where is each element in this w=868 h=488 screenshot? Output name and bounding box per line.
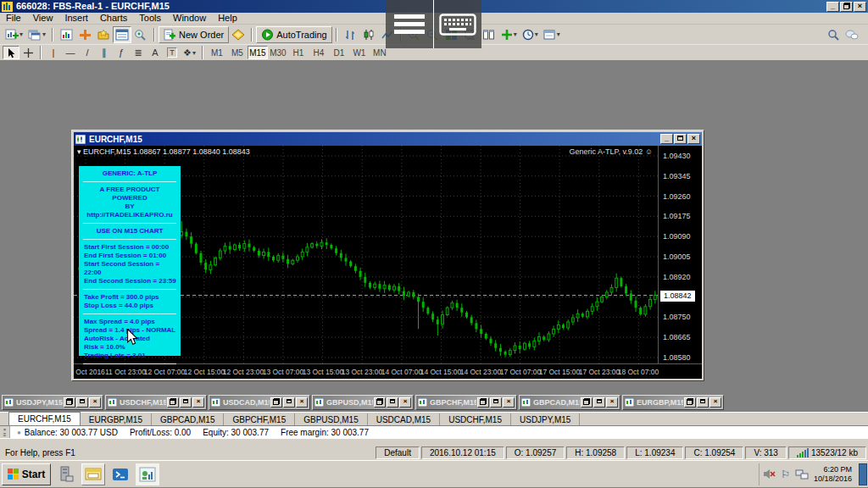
- timeframe-m15[interactable]: M15: [248, 46, 268, 59]
- restore-button[interactable]: [840, 2, 853, 12]
- timeframe-w1[interactable]: W1: [349, 46, 370, 59]
- search-button[interactable]: [824, 26, 843, 43]
- strategy-tester-button[interactable]: [131, 26, 150, 43]
- restore-button[interactable]: [477, 397, 489, 408]
- maximize-button[interactable]: [180, 397, 192, 408]
- vertical-line-tool-button[interactable]: |: [45, 46, 62, 59]
- close-button[interactable]: ×: [296, 397, 308, 408]
- symbol-dropdown-icon[interactable]: ▾: [77, 147, 81, 156]
- candlestick-mode-button[interactable]: [359, 26, 378, 43]
- close-button[interactable]: ×: [606, 397, 618, 408]
- maximize-button[interactable]: [697, 397, 709, 408]
- menu-view[interactable]: View: [27, 13, 59, 24]
- minimized-window-usdcad[interactable]: USDCAD,M15×: [209, 395, 310, 410]
- text-tool-button[interactable]: A: [147, 46, 164, 59]
- taskbar-clock[interactable]: 6:20 PM 10/18/2016: [814, 465, 852, 484]
- channel-tool-button[interactable]: ∥: [96, 46, 113, 59]
- tab-usdcad[interactable]: USDCAD,M15: [368, 413, 440, 425]
- chart-minimize-button[interactable]: _: [660, 134, 673, 144]
- tile-vertical-button[interactable]: [480, 26, 498, 43]
- maximize-button[interactable]: [490, 397, 502, 408]
- arrows-tool-button[interactable]: ≣: [130, 46, 147, 59]
- tab-eurchf[interactable]: EURCHF,M15: [8, 412, 81, 425]
- text-label-tool-button[interactable]: T: [164, 46, 181, 59]
- menu-file[interactable]: File: [0, 13, 27, 24]
- maximize-button[interactable]: [283, 397, 295, 408]
- shapes-tool-button[interactable]: ❖ ▾: [181, 46, 198, 59]
- minimized-window-eurgbp[interactable]: EURGBP,M15×: [622, 395, 724, 410]
- restore-button[interactable]: [581, 397, 593, 408]
- volume-muted-icon[interactable]: [763, 469, 776, 480]
- time-scale[interactable]: 11 Oct 201611 Oct 23:0012 Oct 07:0012 Oc…: [74, 363, 702, 379]
- maximize-button[interactable]: [387, 397, 398, 408]
- new-order-button[interactable]: New Order: [159, 26, 229, 43]
- chat-button[interactable]: [843, 26, 861, 43]
- server-manager-shortcut[interactable]: [54, 463, 78, 485]
- timeframe-d1[interactable]: D1: [329, 46, 349, 59]
- profiles-button[interactable]: ▾: [25, 26, 48, 43]
- templates-button[interactable]: ▾: [541, 26, 563, 43]
- close-button[interactable]: ×: [192, 397, 204, 408]
- cursor-tool-button[interactable]: [3, 46, 19, 59]
- periods-button[interactable]: ▾: [520, 26, 541, 43]
- menu-help[interactable]: Help: [212, 13, 243, 24]
- powershell-shortcut[interactable]: [108, 463, 132, 485]
- minimized-window-gbpcad[interactable]: GBPCAD,M15×: [519, 395, 620, 410]
- overlay-keyboard-cell[interactable]: [434, 0, 481, 48]
- chart-maximize-button[interactable]: [674, 134, 687, 144]
- timeframe-m5[interactable]: M5: [227, 46, 248, 59]
- close-button[interactable]: ×: [503, 397, 515, 408]
- file-explorer-shortcut[interactable]: [81, 463, 105, 485]
- data-window-button[interactable]: [75, 26, 94, 43]
- new-chart-button[interactable]: ▾: [3, 26, 25, 43]
- tab-gbpchf[interactable]: GBPCHF,M15: [224, 413, 295, 425]
- minimized-window-gbpusd[interactable]: GBPUSD,M15×: [312, 395, 414, 410]
- chart-close-button[interactable]: ×: [687, 134, 700, 144]
- restore-button[interactable]: [684, 397, 696, 408]
- trendline-tool-button[interactable]: /: [79, 46, 96, 59]
- menu-insert[interactable]: Insert: [58, 13, 94, 24]
- restore-button[interactable]: [167, 397, 179, 408]
- metaeditor-button[interactable]: [229, 26, 248, 43]
- horizontal-line-tool-button[interactable]: —: [62, 46, 79, 59]
- minimize-button[interactable]: _: [826, 2, 839, 12]
- tab-eurgbp[interactable]: EURGBP,M15: [81, 413, 152, 425]
- maximize-button[interactable]: [76, 397, 88, 408]
- menu-charts[interactable]: Charts: [94, 13, 133, 24]
- terminal-panel-grip[interactable]: ×≡: [0, 426, 10, 438]
- navigator-button[interactable]: [94, 26, 113, 43]
- close-button[interactable]: ×: [399, 397, 411, 408]
- tab-usdjpy[interactable]: USDJPY,M15: [511, 413, 580, 425]
- fibonacci-tool-button[interactable]: ƒ: [113, 46, 130, 59]
- price-scale[interactable]: 1.094301.093451.092601.091751.090901.090…: [658, 146, 702, 363]
- bar-chart-mode-button[interactable]: [341, 26, 359, 43]
- timeframe-h1[interactable]: H1: [288, 46, 309, 59]
- market-watch-button[interactable]: [57, 26, 75, 43]
- menu-tools[interactable]: Tools: [133, 13, 167, 24]
- timeframe-m1[interactable]: M1: [207, 46, 227, 59]
- timeframe-h4[interactable]: H4: [309, 46, 329, 59]
- network-status-icon[interactable]: [795, 469, 809, 480]
- crosshair-tool-button[interactable]: [19, 46, 36, 59]
- start-button[interactable]: Start: [2, 463, 51, 485]
- tab-gbpcad[interactable]: GBPCAD,M15: [152, 413, 224, 425]
- notification-flag-icon[interactable]: ⚐: [781, 469, 790, 480]
- timeframe-m30[interactable]: M30: [268, 46, 288, 59]
- chart-window-title-bar[interactable]: EURCHF,M15 _ ×: [74, 132, 702, 146]
- overlay-menu-cell[interactable]: [386, 0, 433, 48]
- tab-usdchf[interactable]: USDCHF,M15: [440, 413, 511, 425]
- show-desktop-strip[interactable]: [859, 463, 867, 485]
- tab-gbpusd[interactable]: GBPUSD,M15: [295, 413, 367, 425]
- connection-status[interactable]: 13523/12 kb: [788, 446, 866, 459]
- indicators-button[interactable]: ▾: [498, 26, 520, 43]
- chart-canvas[interactable]: ▾ EURCHF,M15 1.08867 1.08877 1.08840 1.0…: [74, 146, 702, 379]
- autotrading-button[interactable]: AutoTrading: [256, 26, 332, 43]
- minimized-window-usdchf[interactable]: USDCHF,M15×: [105, 395, 207, 410]
- restore-button[interactable]: [270, 397, 282, 408]
- terminal-button[interactable]: [113, 26, 131, 43]
- menu-window[interactable]: Window: [167, 13, 212, 24]
- minimized-window-gbpchf[interactable]: GBPCHF,M15×: [415, 395, 517, 410]
- terminal-menu-icon[interactable]: ≡: [3, 432, 7, 437]
- maximize-button[interactable]: [593, 397, 605, 408]
- metatrader-shortcut[interactable]: [136, 463, 159, 485]
